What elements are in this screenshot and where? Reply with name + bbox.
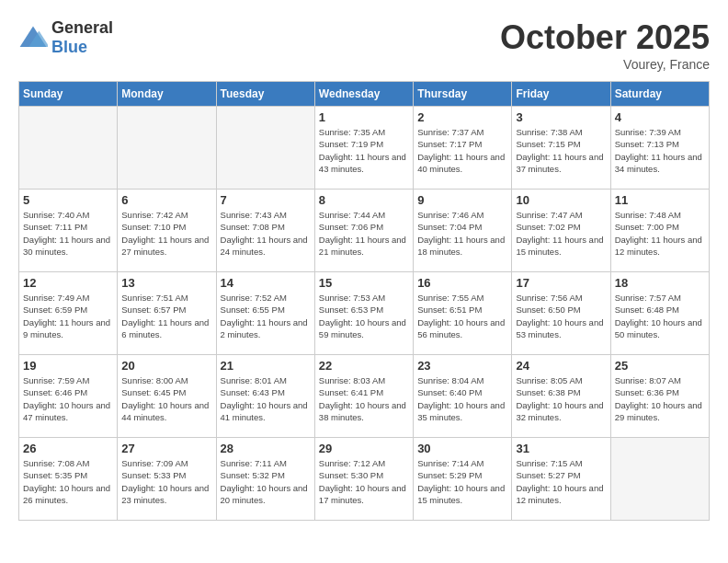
day-number: 22 [319,359,409,373]
day-number: 24 [516,359,606,373]
calendar-cell: 23Sunrise: 8:04 AM Sunset: 6:40 PM Dayli… [414,355,512,438]
calendar-cell: 8Sunrise: 7:44 AM Sunset: 7:06 PM Daylig… [314,190,413,272]
calendar-week-row: 1Sunrise: 7:35 AM Sunset: 7:19 PM Daylig… [19,107,710,190]
day-number: 27 [121,442,211,455]
calendar-cell: 18Sunrise: 7:57 AM Sunset: 6:48 PM Dayli… [610,272,709,355]
day-number: 13 [121,276,211,290]
day-number: 9 [417,193,507,207]
day-header-tuesday: Tuesday [216,82,314,107]
day-number: 7 [221,193,311,207]
day-info: Sunrise: 7:35 AM Sunset: 7:19 PM Dayligh… [319,126,409,175]
day-info: Sunrise: 7:37 AM Sunset: 7:17 PM Dayligh… [417,126,507,175]
day-info: Sunrise: 7:52 AM Sunset: 6:55 PM Dayligh… [221,292,311,340]
calendar-cell: 16Sunrise: 7:55 AM Sunset: 6:51 PM Dayli… [414,272,512,355]
calendar-cell: 22Sunrise: 8:03 AM Sunset: 6:41 PM Dayli… [314,355,413,438]
day-info: Sunrise: 7:14 AM Sunset: 5:29 PM Dayligh… [417,457,507,506]
day-number: 18 [615,276,705,290]
day-header-monday: Monday [118,82,216,107]
calendar-cell: 15Sunrise: 7:53 AM Sunset: 6:53 PM Dayli… [314,272,413,355]
day-info: Sunrise: 7:59 AM Sunset: 6:46 PM Dayligh… [23,374,113,423]
calendar-cell: 7Sunrise: 7:43 AM Sunset: 7:08 PM Daylig… [216,190,314,272]
day-number: 30 [417,442,507,455]
day-number: 1 [319,110,409,124]
calendar-cell: 21Sunrise: 8:01 AM Sunset: 6:43 PM Dayli… [216,355,314,438]
calendar-cell: 4Sunrise: 7:39 AM Sunset: 7:13 PM Daylig… [610,107,709,190]
calendar-cell: 31Sunrise: 7:15 AM Sunset: 5:27 PM Dayli… [512,438,610,521]
day-number: 8 [319,193,409,207]
calendar-cell: 12Sunrise: 7:49 AM Sunset: 6:59 PM Dayli… [19,272,118,355]
day-number: 2 [417,110,507,124]
calendar-cell: 10Sunrise: 7:47 AM Sunset: 7:02 PM Dayli… [512,190,610,272]
calendar-cell: 17Sunrise: 7:56 AM Sunset: 6:50 PM Dayli… [512,272,610,355]
day-info: Sunrise: 8:01 AM Sunset: 6:43 PM Dayligh… [221,374,311,423]
day-info: Sunrise: 7:53 AM Sunset: 6:53 PM Dayligh… [319,292,409,340]
day-header-sunday: Sunday [19,82,118,107]
calendar-cell: 2Sunrise: 7:37 AM Sunset: 7:17 PM Daylig… [414,107,512,190]
day-info: Sunrise: 7:40 AM Sunset: 7:11 PM Dayligh… [23,209,113,258]
day-number: 26 [23,442,113,455]
calendar-cell [118,107,216,190]
day-info: Sunrise: 7:42 AM Sunset: 7:10 PM Dayligh… [121,209,211,258]
day-info: Sunrise: 8:04 AM Sunset: 6:40 PM Dayligh… [417,374,507,423]
calendar-cell: 27Sunrise: 7:09 AM Sunset: 5:33 PM Dayli… [118,438,216,521]
calendar-cell: 26Sunrise: 7:08 AM Sunset: 5:35 PM Dayli… [19,438,118,521]
day-info: Sunrise: 7:48 AM Sunset: 7:00 PM Dayligh… [615,209,705,258]
calendar-cell [610,438,709,521]
calendar-cell: 3Sunrise: 7:38 AM Sunset: 7:15 PM Daylig… [512,107,610,190]
day-number: 11 [615,193,705,207]
day-info: Sunrise: 7:43 AM Sunset: 7:08 PM Dayligh… [221,209,311,258]
day-number: 17 [516,276,606,290]
day-info: Sunrise: 7:51 AM Sunset: 6:57 PM Dayligh… [121,292,211,340]
calendar-cell: 5Sunrise: 7:40 AM Sunset: 7:11 PM Daylig… [19,190,118,272]
day-header-saturday: Saturday [610,82,709,107]
day-info: Sunrise: 7:12 AM Sunset: 5:30 PM Dayligh… [319,457,409,506]
day-info: Sunrise: 7:39 AM Sunset: 7:13 PM Dayligh… [615,126,705,175]
calendar-cell: 30Sunrise: 7:14 AM Sunset: 5:29 PM Dayli… [414,438,512,521]
calendar-cell [216,107,314,190]
day-number: 4 [615,110,705,124]
day-number: 25 [615,359,705,373]
day-info: Sunrise: 8:07 AM Sunset: 6:36 PM Dayligh… [615,374,705,423]
day-number: 16 [417,276,507,290]
day-info: Sunrise: 7:49 AM Sunset: 6:59 PM Dayligh… [23,292,113,340]
day-info: Sunrise: 7:38 AM Sunset: 7:15 PM Dayligh… [516,126,606,175]
day-header-friday: Friday [512,82,610,107]
calendar-cell: 13Sunrise: 7:51 AM Sunset: 6:57 PM Dayli… [118,272,216,355]
logo-blue-text: Blue [51,38,87,56]
day-info: Sunrise: 7:15 AM Sunset: 5:27 PM Dayligh… [516,457,606,506]
logo-icon [18,25,48,51]
day-number: 15 [319,276,409,290]
calendar-cell: 9Sunrise: 7:46 AM Sunset: 7:04 PM Daylig… [414,190,512,272]
day-info: Sunrise: 7:56 AM Sunset: 6:50 PM Dayligh… [516,292,606,340]
calendar-week-row: 19Sunrise: 7:59 AM Sunset: 6:46 PM Dayli… [19,355,710,438]
day-info: Sunrise: 8:00 AM Sunset: 6:45 PM Dayligh… [121,374,211,423]
logo: General Blue [18,18,113,57]
calendar-cell: 28Sunrise: 7:11 AM Sunset: 5:32 PM Dayli… [216,438,314,521]
day-info: Sunrise: 7:08 AM Sunset: 5:35 PM Dayligh… [23,457,113,506]
day-info: Sunrise: 7:47 AM Sunset: 7:02 PM Dayligh… [516,209,606,258]
month-title: October 2025 [500,18,710,57]
calendar-cell: 11Sunrise: 7:48 AM Sunset: 7:00 PM Dayli… [610,190,709,272]
day-number: 3 [516,110,606,124]
day-info: Sunrise: 7:11 AM Sunset: 5:32 PM Dayligh… [221,457,311,506]
calendar-week-row: 12Sunrise: 7:49 AM Sunset: 6:59 PM Dayli… [19,272,710,355]
calendar-week-row: 5Sunrise: 7:40 AM Sunset: 7:11 PM Daylig… [19,190,710,272]
calendar-header-row: SundayMondayTuesdayWednesdayThursdayFrid… [19,82,710,107]
day-number: 29 [319,442,409,455]
day-number: 19 [23,359,113,373]
calendar-week-row: 26Sunrise: 7:08 AM Sunset: 5:35 PM Dayli… [19,438,710,521]
day-number: 21 [221,359,311,373]
day-info: Sunrise: 7:44 AM Sunset: 7:06 PM Dayligh… [319,209,409,258]
calendar-cell: 1Sunrise: 7:35 AM Sunset: 7:19 PM Daylig… [314,107,413,190]
day-info: Sunrise: 7:46 AM Sunset: 7:04 PM Dayligh… [417,209,507,258]
page-header: General Blue October 2025 Vourey, France [18,18,710,72]
calendar-cell [19,107,118,190]
day-info: Sunrise: 8:05 AM Sunset: 6:38 PM Dayligh… [516,374,606,423]
calendar-cell: 24Sunrise: 8:05 AM Sunset: 6:38 PM Dayli… [512,355,610,438]
day-number: 5 [23,193,113,207]
day-header-thursday: Thursday [414,82,512,107]
calendar-cell: 20Sunrise: 8:00 AM Sunset: 6:45 PM Dayli… [118,355,216,438]
logo-general-text: General [51,18,113,37]
calendar-table: SundayMondayTuesdayWednesdayThursdayFrid… [18,81,710,521]
day-number: 14 [221,276,311,290]
